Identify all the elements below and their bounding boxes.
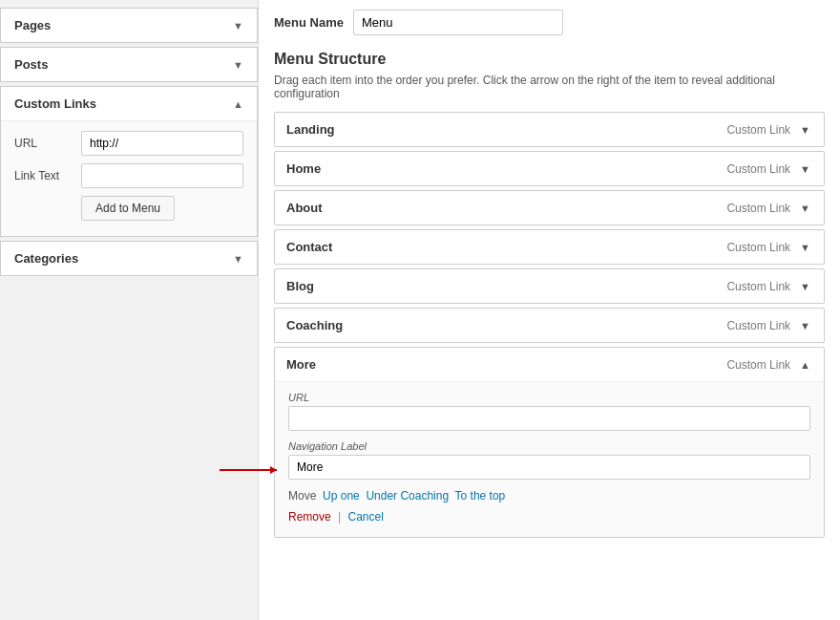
menu-item-title-home: Home [286, 161, 321, 176]
menu-item-type-about: Custom Link [726, 202, 790, 215]
menu-items-list: Landing Custom Link ▼ Home Custom Link ▼… [274, 112, 825, 538]
menu-item-toggle-landing[interactable]: ▼ [798, 124, 812, 136]
cancel-link[interactable]: Cancel [348, 510, 384, 524]
item-url-label: URL [288, 392, 810, 403]
menu-item-type-blog: Custom Link [726, 280, 790, 293]
menu-item-more: More Custom Link ▲ URL Navigation Label … [274, 347, 825, 538]
menu-item-toggle-home[interactable]: ▼ [798, 163, 812, 175]
pages-accordion: Pages ▼ [0, 8, 258, 43]
custom-links-accordion-header[interactable]: Custom Links ▲ [1, 87, 257, 120]
item-url-input[interactable] [288, 406, 810, 431]
url-input[interactable] [81, 131, 243, 156]
pages-label: Pages [14, 18, 51, 32]
menu-item-header-more[interactable]: More Custom Link ▲ [275, 348, 824, 381]
pages-accordion-header[interactable]: Pages ▼ [1, 9, 257, 42]
url-row: URL [14, 131, 243, 156]
link-text-label: Link Text [14, 169, 81, 182]
menu-item-landing: Landing Custom Link ▼ [274, 112, 825, 147]
menu-item-header-blog[interactable]: Blog Custom Link ▼ [275, 269, 824, 303]
menu-item-title-coaching: Coaching [286, 318, 343, 332]
menu-item-right-contact: Custom Link ▼ [726, 241, 812, 254]
posts-label: Posts [14, 57, 48, 72]
menu-item-right-coaching: Custom Link ▼ [726, 319, 812, 332]
menu-item-right-more: Custom Link ▲ [726, 358, 812, 372]
menu-item-toggle-coaching[interactable]: ▼ [798, 320, 812, 331]
pages-chevron-icon: ▼ [233, 20, 243, 32]
custom-links-body: URL Link Text Add to Menu [1, 120, 257, 236]
menu-item-type-landing: Custom Link [726, 123, 790, 137]
add-to-menu-button[interactable]: Add to Menu [81, 196, 175, 221]
menu-item-toggle-contact[interactable]: ▼ [798, 242, 812, 253]
menu-item-toggle-blog[interactable]: ▼ [798, 281, 812, 292]
move-link-1[interactable]: Under Coaching [366, 489, 449, 502]
menu-item-body-more: URL Navigation Label Move Up one Under C… [275, 381, 824, 537]
right-panel: Menu Name Menu Structure Drag each item … [258, 0, 840, 620]
menu-item-right-about: Custom Link ▼ [726, 202, 812, 215]
categories-accordion: Categories ▼ [0, 241, 258, 276]
menu-item-right-landing: Custom Link ▼ [726, 123, 812, 137]
categories-chevron-icon: ▼ [233, 253, 243, 265]
menu-name-row: Menu Name [274, 10, 825, 35]
menu-item-title-blog: Blog [286, 279, 314, 293]
menu-name-label: Menu Name [274, 15, 344, 30]
red-arrow-indicator [220, 469, 277, 471]
menu-item-title-contact: Contact [286, 240, 332, 254]
left-panel: Pages ▼ Posts ▼ Custom Links ▲ URL [0, 0, 258, 620]
move-row: Move Up one Under Coaching To the top [288, 489, 810, 502]
categories-accordion-header[interactable]: Categories ▼ [1, 242, 257, 275]
menu-structure-section: Menu Structure Drag each item into the o… [274, 51, 825, 538]
menu-item-contact: Contact Custom Link ▼ [274, 229, 825, 265]
menu-item-type-coaching: Custom Link [726, 319, 790, 332]
menu-item-type-home: Custom Link [726, 162, 790, 176]
menu-item-toggle-about[interactable]: ▼ [798, 203, 812, 214]
remove-link[interactable]: Remove [288, 510, 331, 524]
link-text-row: Link Text [14, 163, 243, 188]
menu-item-toggle-more[interactable]: ▲ [798, 359, 812, 371]
item-nav-label-row: Navigation Label [288, 440, 810, 480]
menu-item-header-home[interactable]: Home Custom Link ▼ [275, 152, 824, 185]
menu-item-coaching: Coaching Custom Link ▼ [274, 308, 825, 343]
link-text-input[interactable] [81, 163, 243, 188]
menu-item-right-home: Custom Link ▼ [726, 162, 812, 176]
categories-label: Categories [14, 251, 78, 266]
menu-item-header-coaching[interactable]: Coaching Custom Link ▼ [275, 309, 824, 342]
url-label: URL [14, 137, 81, 150]
section-desc: Drag each item into the order you prefer… [274, 74, 825, 100]
custom-links-chevron-icon: ▲ [233, 98, 243, 110]
posts-chevron-icon: ▼ [233, 59, 243, 71]
menu-item-right-blog: Custom Link ▼ [726, 280, 812, 293]
custom-links-accordion: Custom Links ▲ URL Link Text Add to Menu [0, 86, 258, 237]
menu-item-header-landing[interactable]: Landing Custom Link ▼ [275, 113, 824, 146]
move-label: Move [288, 489, 320, 502]
menu-item-about: About Custom Link ▼ [274, 190, 825, 225]
move-link-0[interactable]: Up one [323, 489, 360, 502]
action-row: Remove | Cancel [288, 510, 810, 524]
custom-links-label: Custom Links [14, 96, 96, 111]
menu-item-title-landing: Landing [286, 122, 335, 137]
item-nav-label-input[interactable] [288, 455, 810, 480]
separator: | [338, 510, 341, 524]
menu-item-type-more: Custom Link [726, 358, 790, 372]
section-title: Menu Structure [274, 51, 825, 68]
posts-accordion: Posts ▼ [0, 47, 258, 82]
menu-name-input[interactable] [353, 10, 563, 35]
menu-item-home: Home Custom Link ▼ [274, 151, 825, 186]
menu-item-title-more: More [286, 357, 316, 372]
menu-item-header-about[interactable]: About Custom Link ▼ [275, 191, 824, 224]
menu-item-title-about: About [286, 201, 323, 215]
item-nav-label-label: Navigation Label [288, 440, 810, 452]
menu-item-header-contact[interactable]: Contact Custom Link ▼ [275, 230, 824, 264]
item-url-row: URL [288, 392, 810, 431]
menu-item-blog: Blog Custom Link ▼ [274, 268, 825, 304]
move-link-2[interactable]: To the top [455, 489, 506, 502]
posts-accordion-header[interactable]: Posts ▼ [1, 48, 257, 81]
menu-item-type-contact: Custom Link [726, 241, 790, 254]
